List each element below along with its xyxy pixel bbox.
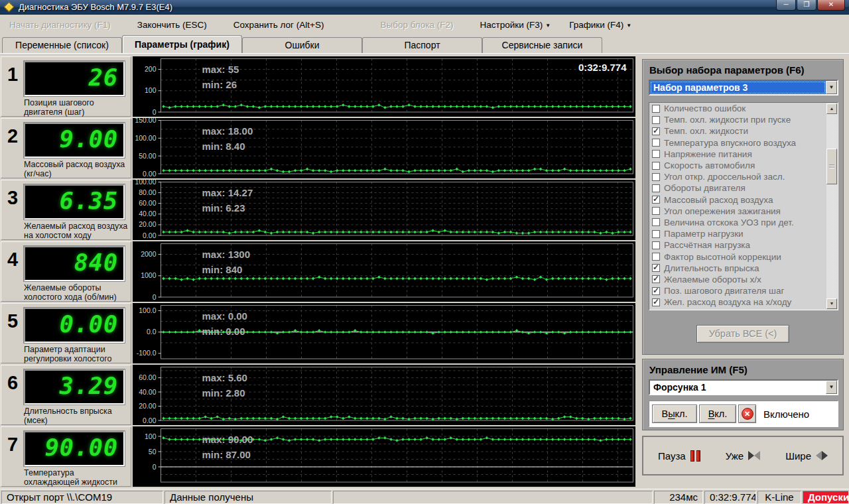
param-checkbox-item-2[interactable]: Темп. охл. жидкости — [649, 125, 838, 137]
menu-item-1[interactable]: Закончить (ESC) — [137, 20, 207, 30]
scrollbar-thumb[interactable] — [826, 149, 837, 184]
checkbox-icon[interactable] — [652, 105, 660, 113]
param-checkbox-item-3[interactable]: Температура впускного воздуха — [649, 137, 838, 149]
tab-1[interactable]: Параметры (график) — [122, 35, 242, 53]
gauge-cell-3: 36.35Желаемый расход воздуха на холостом… — [1, 180, 131, 240]
svg-text:1000: 1000 — [141, 271, 157, 279]
checkbox-icon[interactable] — [652, 287, 660, 295]
menu-item-2[interactable]: Сохранить лог (Alt+S) — [233, 20, 324, 30]
checkbox-icon[interactable] — [652, 298, 660, 306]
svg-text:100: 100 — [145, 86, 157, 94]
param-item-label: Темп. охл. жидкости при пуске — [664, 115, 791, 125]
param-set-dropdown-value: Набор параметров 3 — [650, 81, 826, 94]
checkbox-icon[interactable] — [652, 162, 660, 170]
param-checkbox-item-11[interactable]: Параметр нагрузки — [649, 228, 838, 239]
param-checkbox-item-5[interactable]: Скорость автомобиля — [649, 160, 838, 171]
param-set-dropdown[interactable]: Набор параметров 3 ▼ — [649, 80, 838, 95]
actuator-group: Управление ИМ (F5) Форсунка 1 ▼ Выкл. Вк… — [642, 359, 844, 430]
restore-button[interactable]: ❐ — [797, 0, 816, 11]
param-checkbox-item-10[interactable]: Величина отскока УОЗ при дет. — [649, 217, 838, 228]
status-badge[interactable]: Допуски — [803, 491, 849, 504]
svg-text:max: 14.27: max: 14.27 — [202, 187, 253, 198]
param-checkbox-item-7[interactable]: Обороты двигателя — [649, 182, 838, 194]
checkbox-icon[interactable] — [652, 241, 660, 249]
chevron-down-icon[interactable]: ▼ — [826, 381, 837, 394]
checkbox-icon[interactable] — [652, 116, 660, 124]
stop-actuator-button[interactable]: ✕ — [738, 405, 756, 423]
narrower-button[interactable]: Уже — [726, 450, 760, 462]
param-item-label: Массовый расход воздуха — [664, 195, 773, 205]
param-item-label: Темп. охл. жидкости — [664, 126, 748, 136]
wider-button[interactable]: Шире — [785, 450, 828, 462]
checkbox-icon[interactable] — [652, 310, 660, 310]
svg-text:0.00: 0.00 — [143, 170, 157, 178]
param-checkbox-item-14[interactable]: Длительность впрыска — [649, 263, 838, 274]
tab-4[interactable]: Сервисные записи — [482, 37, 602, 53]
checkbox-icon[interactable] — [652, 184, 660, 192]
minimize-button[interactable]: ─ — [776, 0, 796, 11]
param-checkbox-item-16[interactable]: Поз. шагового двигателя шаг — [649, 285, 838, 296]
param-checkbox-item-17[interactable]: Жел. расход воздуха на х/ходу — [649, 296, 838, 308]
menu-item-4[interactable]: Настройки (F3)▼ — [480, 20, 551, 30]
chevron-down-icon: ▼ — [545, 23, 551, 29]
status-segment-2 — [333, 491, 653, 504]
param-item-label: Величина отскока УОЗ при дет. — [664, 218, 794, 227]
checkbox-icon[interactable] — [652, 196, 660, 204]
param-checkbox-item-18[interactable]: Парам. адаптации регулировки — [649, 308, 838, 310]
checkbox-icon[interactable] — [652, 218, 660, 226]
checkbox-icon[interactable] — [652, 253, 660, 261]
param-checkbox-item-9[interactable]: Угол опережения зажигания — [649, 206, 838, 217]
scroll-up-icon[interactable]: ▲ — [826, 103, 837, 114]
checkbox-icon[interactable] — [652, 230, 660, 238]
svg-text:0.00: 0.00 — [143, 416, 157, 424]
gauge-lcd-display: 0.00 — [24, 308, 125, 343]
param-checkbox-item-8[interactable]: Массовый расход воздуха — [649, 194, 838, 206]
checkbox-icon[interactable] — [652, 139, 660, 147]
gauge-lcd-display: 840 — [24, 246, 125, 281]
title-bar: Диагностика ЭБУ Bosch M7.9.7 E3(E4) ─ ❐ … — [0, 0, 849, 15]
clear-all-button[interactable]: Убрать ВСЕ (<) — [696, 325, 789, 343]
main-area: 126Позиция шагового двигателя (шаг)29.00… — [0, 53, 849, 489]
svg-text:100.00: 100.00 — [135, 180, 156, 186]
actuator-status-label: Включено — [763, 409, 809, 420]
actuator-dropdown[interactable]: Форсунка 1 ▼ — [649, 379, 838, 395]
param-checkbox-item-1[interactable]: Темп. охл. жидкости при пуске — [649, 114, 838, 125]
list-scrollbar[interactable]: ▲▼ — [826, 103, 837, 309]
checkbox-icon[interactable] — [652, 275, 660, 283]
checkbox-icon[interactable] — [652, 264, 660, 272]
menu-item-0: Начать диагностику (F1) — [9, 20, 111, 30]
narrow-icon — [748, 451, 760, 460]
param-checkbox-item-15[interactable]: Желаемые обороты х/х — [649, 274, 838, 285]
gauge-label: Температура охлаждающей жидкости — [24, 469, 130, 487]
svg-text:50.00: 50.00 — [139, 152, 156, 160]
pause-button[interactable]: Пауза — [658, 450, 700, 462]
param-checkbox-item-4[interactable]: Напряжение питания — [649, 149, 838, 160]
svg-text:20.00: 20.00 — [139, 220, 156, 228]
tab-2[interactable]: Ошибки — [242, 37, 362, 53]
chart-strip-4: 010002000max: 1300min: 840 — [133, 241, 635, 302]
checkbox-icon[interactable] — [652, 207, 660, 215]
close-button[interactable]: ✕ — [817, 0, 845, 11]
gauge-number: 3 — [7, 187, 18, 209]
tab-0[interactable]: Переменные (список) — [2, 37, 122, 53]
svg-text:min: 2.80: min: 2.80 — [202, 387, 245, 399]
tab-3[interactable]: Паспорт — [362, 37, 482, 53]
param-checkbox-item-12[interactable]: Рассчётная нагрузка — [649, 239, 838, 251]
svg-text:min: 6.23: min: 6.23 — [202, 202, 245, 214]
svg-text:max: 55: max: 55 — [202, 64, 239, 75]
menu-item-5[interactable]: Графики (F4)▼ — [569, 20, 631, 30]
checkbox-icon[interactable] — [652, 173, 660, 181]
checkbox-icon[interactable] — [652, 150, 660, 158]
svg-text:max: 18.00: max: 18.00 — [202, 125, 253, 137]
param-checkbox-item-13[interactable]: Фактор высотной коррекции — [649, 251, 838, 262]
param-checkbox-item-6[interactable]: Угол откр. дроссельной засл. — [649, 171, 838, 182]
checkbox-icon[interactable] — [652, 127, 660, 135]
param-checkbox-item-0[interactable]: Количество ошибок — [649, 103, 838, 114]
svg-text:min: 0.00: min: 0.00 — [202, 326, 245, 337]
window-title: Диагностика ЭБУ Bosch M7.9.7 E3(E4) — [19, 2, 172, 12]
off-button[interactable]: Выкл. — [652, 405, 697, 423]
scroll-down-icon[interactable]: ▼ — [826, 298, 837, 309]
chevron-down-icon[interactable]: ▼ — [826, 81, 837, 94]
gauge-lcd-display: 26 — [24, 61, 125, 96]
on-button[interactable]: Вкл. — [699, 405, 736, 423]
